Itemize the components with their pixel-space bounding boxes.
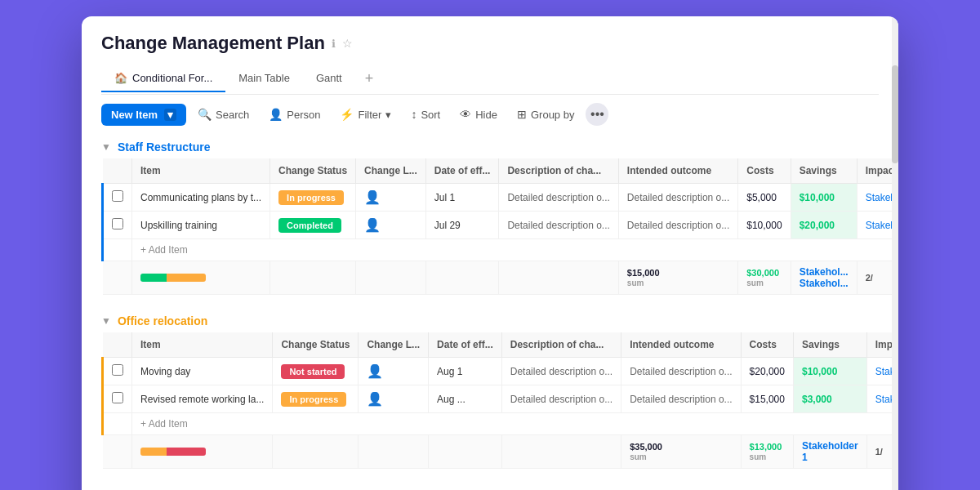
col-savings: Savings	[793, 332, 866, 358]
summary-cost: $15,000 sum	[618, 261, 737, 295]
bar-segment-orange2	[186, 274, 206, 282]
row-desc: Detailed description o...	[501, 358, 621, 385]
col-change-status: Change Status	[273, 332, 359, 358]
tab-gantt[interactable]: Gantt	[303, 65, 355, 92]
group-title-office: Office relocation	[118, 314, 207, 327]
add-item-row-staff[interactable]: + Add Item	[103, 239, 899, 261]
row-item-name: Moving day	[132, 358, 273, 385]
tab-add[interactable]: +	[355, 64, 384, 94]
row-status[interactable]: Not started	[273, 358, 359, 385]
col-change-status: Change Status	[270, 158, 356, 184]
col-change-l: Change L...	[359, 332, 429, 358]
col-change-l: Change L...	[356, 158, 426, 184]
row-status[interactable]: In progress	[270, 184, 356, 212]
row-cost: $15,000	[741, 385, 793, 413]
scrollbar-track[interactable]	[892, 16, 898, 490]
new-item-dropdown-arrow[interactable]: ▾	[164, 109, 176, 121]
hide-button[interactable]: 👁 Hide	[452, 103, 506, 126]
group-icon: ⊞	[517, 108, 527, 121]
more-options-button[interactable]: •••	[586, 103, 608, 126]
col-desc: Description of cha...	[499, 158, 618, 184]
col-item: Item	[132, 332, 273, 358]
tabs: 🏠 Conditional For... Main Table Gantt +	[101, 64, 879, 95]
group-staff-restructure: ▼ Staff Restructure Item Change Status C…	[101, 134, 879, 295]
star-icon[interactable]: ☆	[342, 37, 353, 50]
summary-row-staff: $15,000 sum $30,000 sum Stakehol... Stak…	[103, 261, 899, 295]
row-change-l: 👤	[359, 385, 429, 413]
row-change-l: 👤	[356, 184, 426, 212]
col-date: Date of eff...	[429, 332, 502, 358]
home-icon: 🏠	[114, 72, 127, 84]
hide-icon: 👁	[460, 108, 471, 121]
row-date: Jul 1	[425, 184, 499, 212]
chevron-down-icon: ▼	[101, 141, 111, 153]
row-status[interactable]: In progress	[273, 385, 359, 413]
header: Change Management Plan ℹ ☆ 🏠 Conditional…	[82, 16, 898, 95]
row-cost: $5,000	[738, 184, 791, 212]
search-icon: 🔍	[198, 108, 212, 121]
row-checkbox[interactable]	[103, 184, 132, 212]
add-item-label[interactable]: + Add Item	[132, 413, 899, 435]
col-desc: Description of cha...	[501, 332, 621, 358]
row-outcome: Detailed description o...	[621, 385, 741, 413]
avatar-icon: 👤	[364, 218, 381, 232]
add-item-row-office[interactable]: + Add Item	[103, 413, 899, 435]
table-header-row: Item Change Status Change L... Date of e…	[103, 332, 899, 358]
row-outcome: Detailed description o...	[618, 184, 737, 212]
group-title-staff: Staff Restructure	[118, 140, 211, 154]
bar-segment-green	[140, 274, 167, 282]
group-header-staff[interactable]: ▼ Staff Restructure	[101, 134, 879, 158]
row-item-name: Revised remote working la...	[132, 385, 273, 413]
row-checkbox[interactable]	[103, 385, 132, 413]
row-status[interactable]: Completed	[270, 212, 356, 239]
scrollbar-thumb[interactable]	[892, 65, 898, 163]
sort-button[interactable]: ↕ Sort	[403, 103, 448, 126]
table-row: Moving day Not started 👤 Aug 1 Detailed …	[103, 358, 899, 385]
tab-main-table[interactable]: Main Table	[225, 65, 303, 92]
add-item-label[interactable]: + Add Item	[132, 239, 899, 261]
group-by-button[interactable]: ⊞ Group by	[509, 103, 582, 126]
bar-segment-orange	[140, 448, 167, 456]
toolbar: New Item ▾ 🔍 Search 👤 Person ⚡ Filter ▾ …	[82, 95, 898, 134]
row-savings: $20,000	[791, 212, 857, 239]
tab-conditional[interactable]: 🏠 Conditional For...	[101, 65, 225, 92]
row-checkbox[interactable]	[103, 358, 132, 385]
row-item-name: Communicating plans by t...	[132, 184, 270, 212]
row-savings: $10,000	[793, 358, 866, 385]
info-icon[interactable]: ℹ	[332, 38, 336, 50]
group-tech-implementation: ▼ Technology Implementation	[101, 482, 879, 490]
table-row: Upskilling training Completed 👤 Jul 29 D…	[103, 212, 899, 239]
avatar-icon: 👤	[367, 364, 383, 378]
filter-button[interactable]: ⚡ Filter ▾	[332, 103, 399, 126]
summary-stakeholders: Stakehol... Stakehol...	[791, 261, 857, 295]
page-title: Change Management Plan	[101, 33, 325, 54]
title-row: Change Management Plan ℹ ☆	[101, 33, 879, 54]
chevron-down-icon: ▼	[101, 315, 111, 327]
avatar-icon: 👤	[364, 190, 381, 204]
summary-savings: $30,000 sum	[738, 261, 791, 295]
row-change-l: 👤	[359, 358, 429, 385]
status-bar	[140, 274, 206, 282]
row-desc: Detailed description o...	[499, 184, 618, 212]
table-header-row: Item Change Status Change L... Date of e…	[103, 158, 899, 184]
row-date: Aug 1	[429, 358, 502, 385]
col-date: Date of eff...	[425, 158, 499, 184]
row-checkbox[interactable]	[103, 212, 132, 239]
person-button[interactable]: 👤 Person	[261, 103, 328, 126]
search-button[interactable]: 🔍 Search	[189, 103, 257, 126]
col-item: Item	[132, 158, 270, 184]
summary-stakeholders[interactable]: Stakeholder 1	[793, 435, 866, 469]
bar-segment-orange	[167, 274, 186, 282]
group-header-office[interactable]: ▼ Office relocation	[101, 308, 879, 332]
row-outcome: Detailed description o...	[621, 358, 741, 385]
avatar-icon: 👤	[367, 392, 383, 406]
row-savings: $3,000	[793, 385, 866, 413]
col-costs: Costs	[738, 158, 791, 184]
group-header-tech[interactable]: ▼ Technology Implementation	[101, 482, 879, 490]
office-table: Item Change Status Change L... Date of e…	[101, 332, 898, 469]
col-checkbox	[103, 158, 132, 184]
row-savings: $10,000	[791, 184, 857, 212]
row-item-name: Upskilling training	[132, 212, 270, 239]
row-cost: $20,000	[741, 358, 793, 385]
new-item-button[interactable]: New Item ▾	[101, 104, 186, 126]
